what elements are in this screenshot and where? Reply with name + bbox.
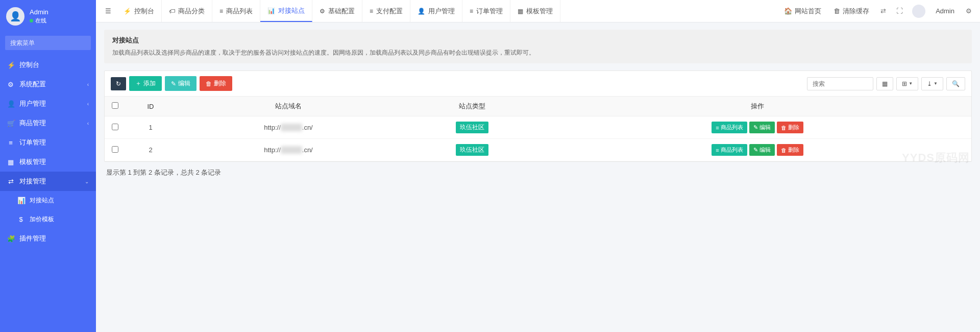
pencil-icon: ✎ <box>171 80 176 87</box>
col-domain[interactable]: 站点域名 <box>176 97 401 116</box>
gear-icon: ⚙ <box>7 81 14 88</box>
list-icon: ≡ <box>470 8 473 15</box>
columns-button[interactable]: ⊞▼ <box>896 77 918 90</box>
sidebar-item-plugins[interactable]: 🧩插件管理 <box>0 229 96 248</box>
row-product-list-button[interactable]: ≡ 商品列表 <box>712 144 747 156</box>
gear-icon: ⚙ <box>320 8 325 15</box>
col-ops: 操作 <box>544 97 971 116</box>
sitemap-icon: 📊 <box>267 7 275 14</box>
puzzle-icon: 🧩 <box>7 235 14 243</box>
tag-icon: 🏷 <box>169 8 175 15</box>
sidebar-item-system[interactable]: ⚙系统配置‹ <box>0 75 96 94</box>
row-edit-button[interactable]: ✎编辑 <box>749 122 775 133</box>
data-panel: ↻ ＋添加 ✎编辑 🗑删除 ▦ ⊞▼ ⤓▼ 🔍 <box>104 70 972 162</box>
row-edit-button[interactable]: ✎编辑 <box>749 144 775 156</box>
cell-ops: ≡ 商品列表 ✎编辑 🗑删除 <box>544 139 971 161</box>
sidebar-item-dashboard[interactable]: ⚡控制台 <box>0 55 96 75</box>
sidebar: 👤 Admin 在线 🔍 ⚡控制台 ⚙系统配置‹ 👤用户管理‹ 🛒商品管理‹ ≡… <box>0 0 96 332</box>
user-icon: 👤 <box>418 8 425 15</box>
tab-templates[interactable]: ▦模板管理 <box>510 0 560 22</box>
cell-domain: http://xxxx.cn/ <box>176 139 401 161</box>
search-icon: 🔍 <box>952 80 960 87</box>
pencil-icon: ✎ <box>753 124 758 131</box>
row-delete-button[interactable]: 🗑删除 <box>777 122 803 133</box>
user-status: 在线 <box>30 17 48 25</box>
chevron-left-icon: ‹ <box>87 121 89 126</box>
cell-domain: http://xxxx.cn/ <box>176 116 401 139</box>
tab-users[interactable]: 👤用户管理 <box>410 0 462 22</box>
add-button[interactable]: ＋添加 <box>129 76 162 91</box>
table-search-input[interactable] <box>807 77 873 90</box>
user-name: Admin <box>30 8 48 16</box>
toolbar-right: ▦ ⊞▼ ⤓▼ 🔍 <box>807 77 965 90</box>
hamburger-icon: ☰ <box>105 7 111 15</box>
delete-button[interactable]: 🗑删除 <box>200 76 232 91</box>
tab-product-list[interactable]: ≡商品列表 <box>212 0 260 22</box>
grid-icon: ▦ <box>7 158 14 166</box>
home-icon: 🏠 <box>784 7 792 15</box>
row-checkbox[interactable] <box>112 124 118 130</box>
list-icon: ≡ <box>219 8 223 15</box>
sidebar-item-docking[interactable]: ⇄对接管理⌄ <box>0 172 96 191</box>
tab-payment-config[interactable]: ≡支付配置 <box>362 0 410 22</box>
sidebar-search-input[interactable] <box>5 36 91 50</box>
table-header-row: ID 站点域名 站点类型 操作 <box>105 97 971 116</box>
topbar: ☰ ⚡控制台 🏷商品分类 ≡商品列表 📊对接站点 ⚙基础配置 ≡支付配置 👤用户… <box>96 0 980 22</box>
columns-icon: ⊞ <box>902 80 907 87</box>
dashboard-icon: ⚡ <box>124 8 131 15</box>
avatar-icon: 👤 <box>6 7 24 26</box>
chevron-left-icon: ‹ <box>87 82 89 87</box>
row-checkbox[interactable] <box>112 146 118 153</box>
clear-cache-link[interactable]: 🗑清除缓存 <box>828 4 874 19</box>
sidebar-item-templates[interactable]: ▦模板管理 <box>0 152 96 172</box>
refresh-button[interactable]: ↻ <box>111 77 126 90</box>
chevron-left-icon: ‹ <box>87 101 89 107</box>
cell-type: 玖伍社区 <box>401 139 544 161</box>
table-footer: 显示第 1 到第 2 条记录，总共 2 条记录 <box>104 162 972 177</box>
caret-down-icon: ▼ <box>909 81 913 86</box>
top-user-name[interactable]: Admin <box>930 4 960 18</box>
row-delete-button[interactable]: 🗑删除 <box>777 144 803 156</box>
cell-id: 1 <box>125 116 176 139</box>
alert-title: 对接站点 <box>112 36 964 45</box>
tab-orders[interactable]: ≡订单管理 <box>462 0 510 22</box>
sidebar-item-users[interactable]: 👤用户管理‹ <box>0 94 96 113</box>
trash-icon: 🗑 <box>834 7 840 15</box>
plus-icon: ＋ <box>135 79 141 88</box>
nav-tabs: ⚡控制台 🏷商品分类 ≡商品列表 📊对接站点 ⚙基础配置 ≡支付配置 👤用户管理… <box>116 0 560 22</box>
list-icon: ≡ <box>7 139 14 147</box>
top-avatar[interactable] <box>912 5 925 18</box>
row-product-list-button[interactable]: ≡ 商品列表 <box>712 122 747 133</box>
tab-categories[interactable]: 🏷商品分类 <box>162 0 212 22</box>
dollar-icon: $ <box>17 216 24 223</box>
fullscreen-button[interactable]: ⛶ <box>892 4 907 18</box>
col-id[interactable]: ID <box>125 97 176 116</box>
select-all-checkbox[interactable] <box>112 102 118 109</box>
sidebar-item-orders[interactable]: ≡订单管理 <box>0 133 96 152</box>
toolbar: ↻ ＋添加 ✎编辑 🗑删除 ▦ ⊞▼ ⤓▼ 🔍 <box>105 71 971 97</box>
cell-type: 玖伍社区 <box>401 116 544 139</box>
edit-button[interactable]: ✎编辑 <box>165 76 197 91</box>
shuffle-button[interactable]: ⇄ <box>876 4 890 18</box>
sidebar-item-markup-templates[interactable]: $加价模板 <box>0 210 96 229</box>
data-table: ID 站点域名 站点类型 操作 1 http://xxxx.cn/ 玖伍社区 ≡… <box>105 97 971 161</box>
settings-button[interactable]: ⚙ <box>962 4 976 18</box>
sidebar-item-products[interactable]: 🛒商品管理‹ <box>0 113 96 133</box>
col-type[interactable]: 站点类型 <box>401 97 544 116</box>
tab-basic-config[interactable]: ⚙基础配置 <box>312 0 362 22</box>
search-toggle-button[interactable]: 🔍 <box>946 77 965 90</box>
sidebar-search: 🔍 <box>5 36 91 50</box>
type-badge: 玖伍社区 <box>456 122 488 133</box>
tab-docking-sites[interactable]: 📊对接站点 <box>260 0 312 22</box>
sidebar-user[interactable]: 👤 Admin 在线 <box>0 0 96 33</box>
export-button[interactable]: ⤓▼ <box>921 77 943 90</box>
main-area: ☰ ⚡控制台 🏷商品分类 ≡商品列表 📊对接站点 ⚙基础配置 ≡支付配置 👤用户… <box>96 0 980 332</box>
tab-dashboard[interactable]: ⚡控制台 <box>116 0 162 22</box>
toggle-view-button[interactable]: ▦ <box>876 77 893 90</box>
sidebar-item-docking-sites[interactable]: 📊对接站点 <box>0 191 96 210</box>
home-link[interactable]: 🏠网站首页 <box>779 4 826 19</box>
sidebar-menu: ⚡控制台 ⚙系统配置‹ 👤用户管理‹ 🛒商品管理‹ ≡订单管理 ▦模板管理 ⇄对… <box>0 55 96 248</box>
alert-box: 对接站点 加载商品列表以及选择同步商品的速度，取决于您的服务器访问对接站点的速度… <box>104 30 972 63</box>
hamburger-button[interactable]: ☰ <box>100 3 116 19</box>
shuffle-icon: ⇄ <box>880 7 886 15</box>
